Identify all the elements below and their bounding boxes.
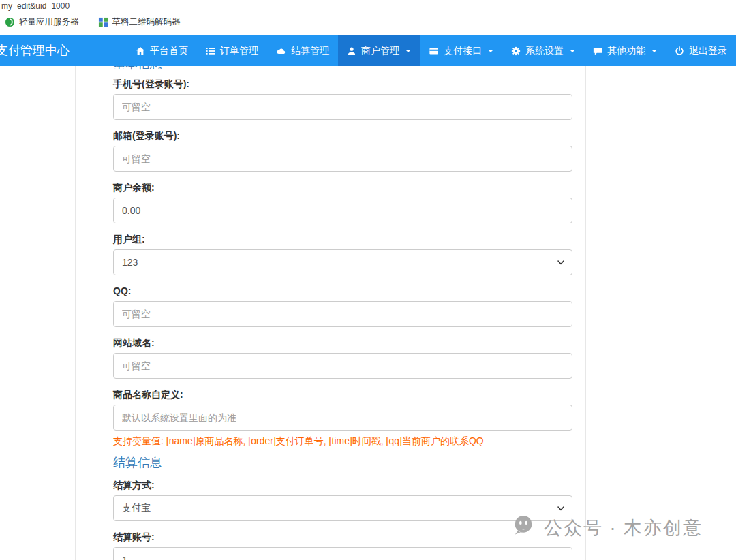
form-group-balance: 商户余额: [113,181,572,223]
nav-item-payment-interface[interactable]: 支付接口 [420,35,502,66]
settle-account-field[interactable] [113,547,572,560]
usergroup-selected-value: 123 [122,257,138,268]
phone-label: 手机号(登录账号): [113,77,572,91]
form-group-email: 邮箱(登录账号): [113,129,572,172]
server-icon [5,17,15,27]
form-group-phone: 手机号(登录账号): [113,77,572,120]
domain-label: 网站域名: [113,336,572,349]
nav-item-settlement-management[interactable]: 结算管理 [267,35,338,66]
form-group-settle-account: 结算账号: [113,530,572,560]
nav-item-label: 商户管理 [361,45,399,57]
list-icon [206,46,215,56]
main-content: 基本信息 手机号(登录账号): 邮箱(登录账号): 商户余额: 用户组: 123… [75,66,586,560]
nav-item-label: 订单管理 [220,45,258,57]
product-name-label: 商品名称自定义: [113,388,572,401]
settle-method-select[interactable]: 支付宝 [113,495,572,521]
chevron-down-icon [557,258,565,269]
gear-icon [511,46,521,56]
usergroup-label: 用户组: [113,232,572,246]
power-icon [675,46,684,56]
nav-item-label: 系统设置 [525,45,564,57]
qrcode-icon [98,17,108,27]
phone-field[interactable] [113,94,572,120]
form-group-settle-method: 结算方式: 支付宝 [113,478,572,521]
navbar-menu: 平台首页 订单管理 结算管理 商户管理 支付接口 [127,35,736,66]
navbar-brand[interactable]: 支付管理中心 [0,35,70,66]
chevron-down-icon [570,50,575,52]
chevron-down-icon [651,50,657,52]
form-group-domain: 网站域名: [113,336,572,379]
nav-item-label: 支付接口 [444,45,482,57]
section-heading-settlement-info: 结算信息 [113,455,572,470]
nav-item-order-management[interactable]: 订单管理 [197,35,267,66]
email-field[interactable] [113,146,572,172]
qq-field[interactable] [113,301,572,327]
nav-item-label: 结算管理 [291,45,329,57]
settle-method-label: 结算方式: [113,478,572,492]
bookmark-lightweight-server[interactable]: 轻量应用服务器 [5,16,79,28]
variable-tip-text: 支持变量值: [name]原商品名称, [order]支付订单号, [time]… [113,435,572,447]
nav-item-platform-home[interactable]: 平台首页 [127,35,197,66]
nav-item-label: 平台首页 [150,45,188,57]
qq-label: QQ: [113,284,572,298]
bookmark-label: 草料二维码解码器 [112,16,181,28]
product-name-field[interactable] [113,405,572,431]
domain-field[interactable] [113,353,572,379]
url-fragment: my=edit&uid=1000 [1,1,70,11]
comment-icon [593,46,602,56]
bookmark-label: 轻量应用服务器 [19,16,79,28]
settle-method-selected-value: 支付宝 [122,502,151,514]
balance-label: 商户余额: [113,181,572,194]
nav-item-system-settings[interactable]: 系统设置 [502,35,584,66]
user-icon [347,46,356,56]
chevron-down-icon [557,503,565,515]
settle-account-label: 结算账号: [113,530,572,544]
nav-item-logout[interactable]: 退出登录 [666,35,736,66]
chevron-down-icon [488,50,493,52]
bookmarks-bar: 轻量应用服务器 草料二维码解码器 [5,16,181,28]
balance-field[interactable] [113,198,572,223]
form-group-product-name: 商品名称自定义: [113,388,572,431]
home-icon [136,46,145,56]
nav-item-other-functions[interactable]: 其他功能 [584,35,666,66]
form-group-qq: QQ: [113,284,572,327]
card-icon [429,46,439,56]
email-label: 邮箱(登录账号): [113,129,572,142]
nav-item-label: 其他功能 [607,45,645,57]
section-heading-basic-info: 基本信息 [113,66,572,72]
nav-item-label: 退出登录 [689,45,727,57]
top-navbar: 支付管理中心 平台首页 订单管理 结算管理 商户管理 [0,35,736,66]
browser-chrome: my=edit&uid=1000 轻量应用服务器 草料二维码解码器 [0,0,736,35]
form-group-usergroup: 用户组: 123 [113,232,572,275]
cloud-icon [276,46,286,56]
chevron-down-icon [405,50,411,52]
nav-item-merchant-management[interactable]: 商户管理 [338,35,420,66]
usergroup-select[interactable]: 123 [113,249,572,275]
bookmark-qrcode-decoder[interactable]: 草料二维码解码器 [98,16,181,28]
